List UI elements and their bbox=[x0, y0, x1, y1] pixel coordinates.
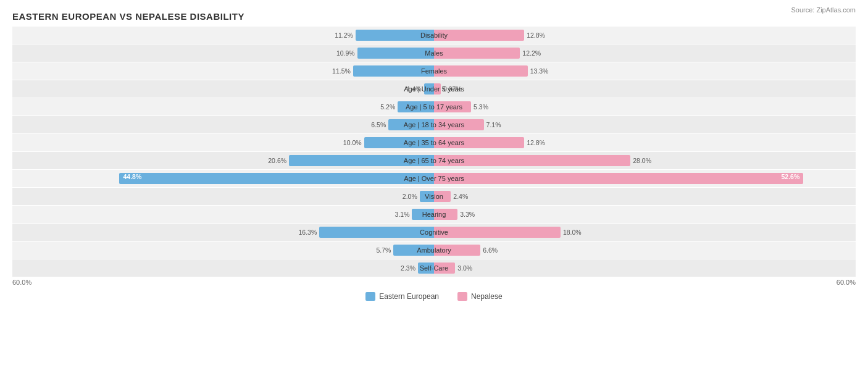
legend-color-blue bbox=[365, 292, 375, 301]
row-left-1: 10.9% bbox=[12, 44, 434, 62]
row-left-5: 6.5% bbox=[12, 116, 434, 133]
chart-row: 5.7%6.6%Ambulatory bbox=[12, 242, 856, 259]
row-right-9: 2.4% bbox=[434, 188, 856, 205]
value-right-1: 12.2% bbox=[520, 49, 541, 57]
row-right-11: 18.0% bbox=[434, 224, 856, 241]
legend-label-eastern-european: Eastern European bbox=[379, 292, 439, 301]
row-right-0: 12.8% bbox=[434, 27, 856, 44]
bar-pink-4 bbox=[434, 101, 471, 112]
x-axis-left: 60.0% bbox=[12, 279, 31, 286]
value-left-2: 11.5% bbox=[332, 67, 353, 75]
chart-title: EASTERN EUROPEAN VS NEPALESE DISABILITY bbox=[12, 11, 856, 22]
source-label: Source: ZipAtlas.com bbox=[791, 6, 856, 14]
chart-row: 2.3%3.0%Self-Care bbox=[12, 259, 856, 277]
value-right-4: 5.3% bbox=[471, 103, 488, 111]
row-right-6: 12.8% bbox=[434, 134, 856, 151]
value-left-0: 11.2% bbox=[335, 32, 356, 39]
row-right-3: 0.97% bbox=[434, 80, 856, 98]
row-right-10: 3.3% bbox=[434, 206, 856, 223]
chart-row: 10.9%12.2%Males bbox=[12, 44, 856, 62]
row-right-2: 13.3% bbox=[434, 62, 856, 80]
value-left-6: 10.0% bbox=[343, 139, 364, 146]
bar-pink-7 bbox=[434, 155, 630, 166]
chart-row: 5.2%5.3%Age | 5 to 17 years bbox=[12, 98, 856, 116]
x-axis: 60.0% 60.0% bbox=[12, 277, 856, 287]
bar-pink-1 bbox=[434, 48, 520, 59]
bar-blue-9 bbox=[420, 191, 434, 202]
value-right-9: 2.4% bbox=[451, 193, 468, 200]
legend: Eastern European Nepalese bbox=[12, 292, 856, 301]
bar-pink-10 bbox=[434, 209, 457, 220]
row-left-6: 10.0% bbox=[12, 134, 434, 151]
row-right-1: 12.2% bbox=[434, 44, 856, 62]
bar-blue-0 bbox=[356, 30, 434, 41]
legend-eastern-european: Eastern European bbox=[365, 292, 439, 301]
value-right-10: 3.3% bbox=[457, 211, 475, 218]
value-right-0: 12.8% bbox=[524, 32, 545, 39]
bar-blue-3 bbox=[424, 83, 434, 94]
value-left-13: 2.3% bbox=[401, 264, 418, 272]
value-left-7: 20.6% bbox=[268, 157, 289, 164]
value-left-1: 10.9% bbox=[336, 49, 357, 57]
row-left-7: 20.6% bbox=[12, 152, 434, 169]
bar-blue-12 bbox=[393, 245, 434, 256]
bar-pink-9 bbox=[434, 191, 451, 202]
x-axis-right: 60.0% bbox=[837, 279, 856, 286]
chart-row: 6.5%7.1%Age | 18 to 34 years bbox=[12, 116, 856, 133]
row-right-8: 52.6% bbox=[434, 170, 856, 187]
bar-blue-8: 44.8% bbox=[119, 173, 434, 184]
bar-blue-10 bbox=[412, 209, 434, 220]
value-right-2: 13.3% bbox=[528, 67, 549, 75]
bar-blue-13 bbox=[418, 262, 434, 274]
bar-blue-1 bbox=[357, 48, 434, 59]
chart-row: 16.3%18.0%Cognitive bbox=[12, 224, 856, 241]
value-right-5: 7.1% bbox=[484, 121, 501, 128]
chart-row: 11.5%13.3%Females bbox=[12, 62, 856, 80]
bar-blue-4 bbox=[398, 101, 434, 112]
bar-pink-3 bbox=[434, 83, 441, 94]
row-left-3: 1.4% bbox=[12, 80, 434, 98]
value-right-3: 0.97% bbox=[441, 85, 462, 93]
legend-color-pink bbox=[457, 292, 467, 301]
bar-pink-12 bbox=[434, 245, 480, 256]
bar-pink-11 bbox=[434, 227, 561, 238]
bar-pink-8: 52.6% bbox=[434, 173, 803, 184]
value-inside-left-8: 44.8% bbox=[123, 173, 141, 180]
row-left-9: 2.0% bbox=[12, 188, 434, 205]
row-left-0: 11.2% bbox=[12, 27, 434, 44]
value-right-12: 6.6% bbox=[480, 246, 498, 254]
chart-row: 11.2%12.8%Disability bbox=[12, 27, 856, 44]
bar-blue-6 bbox=[364, 137, 434, 148]
row-right-5: 7.1% bbox=[434, 116, 856, 133]
row-left-11: 16.3% bbox=[12, 224, 434, 241]
value-left-11: 16.3% bbox=[298, 229, 319, 236]
value-left-4: 5.2% bbox=[380, 103, 398, 111]
row-left-2: 11.5% bbox=[12, 62, 434, 80]
chart-row: 3.1%3.3%Hearing bbox=[12, 206, 856, 223]
chart-container: EASTERN EUROPEAN VS NEPALESE DISABILITY … bbox=[0, 0, 868, 378]
row-right-7: 28.0% bbox=[434, 152, 856, 169]
bar-pink-13 bbox=[434, 262, 455, 274]
row-right-4: 5.3% bbox=[434, 98, 856, 116]
row-left-8: 44.8% bbox=[12, 170, 434, 187]
bar-pink-2 bbox=[434, 65, 528, 77]
row-right-12: 6.6% bbox=[434, 242, 856, 259]
value-left-5: 6.5% bbox=[371, 121, 388, 128]
bar-blue-11 bbox=[319, 227, 434, 238]
row-right-13: 3.0% bbox=[434, 259, 856, 277]
chart-row: 44.8%52.6%Age | Over 75 years bbox=[12, 170, 856, 187]
value-right-6: 12.8% bbox=[524, 139, 545, 146]
row-left-13: 2.3% bbox=[12, 259, 434, 277]
row-left-12: 5.7% bbox=[12, 242, 434, 259]
value-left-10: 3.1% bbox=[395, 211, 412, 218]
bar-pink-0 bbox=[434, 30, 524, 41]
bar-blue-2 bbox=[353, 65, 434, 77]
value-left-9: 2.0% bbox=[403, 193, 420, 200]
bars-wrapper: 11.2%12.8%Disability10.9%12.2%Males11.5%… bbox=[12, 27, 856, 277]
value-inside-right-8: 52.6% bbox=[782, 173, 800, 180]
chart-row: 20.6%28.0%Age | 65 to 74 years bbox=[12, 152, 856, 169]
bar-pink-5 bbox=[434, 119, 484, 130]
bar-pink-6 bbox=[434, 137, 524, 148]
value-left-3: 1.4% bbox=[407, 85, 424, 93]
value-right-7: 28.0% bbox=[630, 157, 651, 164]
